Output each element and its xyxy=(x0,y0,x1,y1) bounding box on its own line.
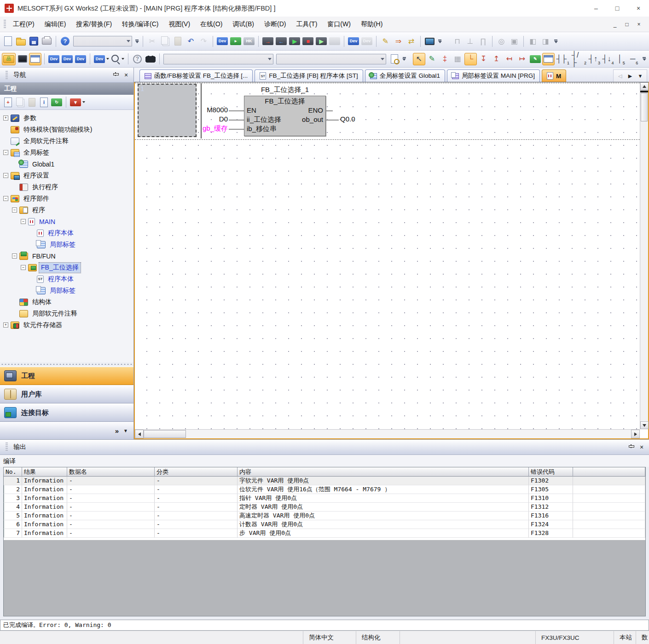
operand-m8000[interactable]: M8000 xyxy=(189,106,228,114)
save-project-icon[interactable] xyxy=(28,35,40,47)
compile-tab[interactable]: 编译 xyxy=(1,456,22,467)
toolbar-overflow-icon[interactable] xyxy=(641,53,647,64)
maximize-button[interactable]: □ xyxy=(607,0,628,17)
view-button-project[interactable]: 工程 xyxy=(0,367,133,385)
tab-fb-program-st[interactable]: STFB_工位选择 [FB] 程序本体 [ST] xyxy=(255,69,363,82)
tree-expander[interactable]: − xyxy=(3,173,8,178)
paste-icon[interactable] xyxy=(172,35,184,47)
menu-grip[interactable] xyxy=(4,20,6,29)
tree-expander[interactable]: − xyxy=(12,253,17,259)
vertical-scrollbar[interactable] xyxy=(640,82,648,429)
tree-expander[interactable]: − xyxy=(12,207,17,213)
column-header[interactable]: 数据名 xyxy=(67,467,155,477)
output-close-icon[interactable]: × xyxy=(638,443,645,451)
statement-edit-icon[interactable]: ⇒ xyxy=(392,35,405,47)
horizontal-scrollbar[interactable] xyxy=(135,429,640,438)
symbol-rising-pulse-icon[interactable]: ┤↑3 xyxy=(588,53,601,65)
tree-item[interactable]: −FB_工位选择 xyxy=(0,262,133,273)
device-find-icon[interactable]: Dev xyxy=(47,53,60,65)
tree-item[interactable]: +参数 xyxy=(0,112,133,124)
device-batch-icon[interactable]: Dev xyxy=(74,53,87,65)
menu-item[interactable]: 编辑(E) xyxy=(40,18,71,31)
toolbar-overflow-icon[interactable] xyxy=(553,36,559,47)
menu-item[interactable]: 调试(B) xyxy=(227,18,259,31)
table-row[interactable]: 1Information--字软元件 VAR用 使用0点F1302 xyxy=(4,477,645,485)
toolbar-overflow-icon[interactable] xyxy=(134,36,140,47)
symbol-vertical-line-icon[interactable]: │5 xyxy=(615,53,627,65)
tree-item[interactable]: −程序设置 xyxy=(0,170,133,181)
tree-item[interactable]: Global1 xyxy=(0,158,133,170)
note-edit-icon[interactable]: ⇄ xyxy=(405,35,417,47)
start-monitoring-icon[interactable]: ▶ xyxy=(288,35,301,47)
tab-global-label[interactable]: 全局标签设置 Global1 xyxy=(365,69,445,82)
table-row[interactable]: 3Information--指针 VAR用 使用0点F1310 xyxy=(4,494,645,503)
child-restore-button[interactable]: □ xyxy=(621,20,632,29)
menu-item[interactable]: 窗口(W) xyxy=(322,18,356,31)
vertical-scroll-thumb[interactable] xyxy=(641,93,648,121)
monitor-off-icon[interactable] xyxy=(328,35,341,47)
operand-gb-buffer[interactable]: gb_缓存 xyxy=(189,124,228,133)
select-mode-icon[interactable]: ↖ xyxy=(413,53,425,65)
column-header[interactable]: 结果 xyxy=(22,467,67,477)
auto-wire-icon[interactable]: └ xyxy=(464,53,477,65)
panel-splitter[interactable] xyxy=(0,362,133,367)
delete-column-icon[interactable]: ↦ xyxy=(516,53,528,65)
tree-item[interactable]: 程序本体 xyxy=(0,227,133,239)
table-row[interactable]: 6Information--计数器 VAR用 使用0点F1324 xyxy=(4,520,645,529)
toolbar-overflow-icon[interactable] xyxy=(401,53,407,64)
device-display-on-icon[interactable]: Dev xyxy=(347,35,360,47)
tree-item[interactable]: −MAIN xyxy=(0,216,133,227)
document-search-icon[interactable] xyxy=(388,53,400,65)
sort-filter-icon[interactable]: ▾ xyxy=(69,97,86,108)
toolbar-overflow-icon[interactable] xyxy=(437,36,443,47)
navigation-window-icon[interactable]: 品 xyxy=(2,53,16,65)
horizontal-scroll-track[interactable] xyxy=(186,430,631,438)
child-minimize-button[interactable]: _ xyxy=(609,20,620,29)
column-header[interactable]: 分类 xyxy=(155,467,238,477)
tree-item[interactable]: 全局软元件注释 xyxy=(0,135,133,147)
output-grip[interactable] xyxy=(6,443,8,452)
pin-icon[interactable] xyxy=(112,72,119,78)
horizontal-scroll-thumb[interactable] xyxy=(144,430,186,438)
monitor-mode-icon[interactable]: ▸ xyxy=(229,35,242,47)
menu-item[interactable]: 诊断(D) xyxy=(259,18,291,31)
write-to-plc-icon[interactable]: → xyxy=(261,35,274,47)
redo-icon[interactable]: ↷ xyxy=(197,35,210,47)
tree-item[interactable]: −FB/FUN xyxy=(0,250,133,262)
find-replace-icon[interactable] xyxy=(144,53,156,65)
menu-item[interactable]: 工具(T) xyxy=(291,18,322,31)
tab-scroll-right[interactable]: ▶ xyxy=(626,71,635,80)
menu-item[interactable]: 在线(O) xyxy=(195,18,227,31)
stop-monitoring-icon[interactable]: ■ xyxy=(301,35,314,47)
menu-item[interactable]: 搜索/替换(F) xyxy=(71,18,117,31)
modify-value-icon[interactable]: HK xyxy=(243,35,255,47)
guided-mode-icon[interactable]: ‡ xyxy=(439,53,451,65)
module-configuration-icon[interactable] xyxy=(16,53,29,65)
find-keyword-combo[interactable] xyxy=(276,54,386,64)
scroll-down-button[interactable] xyxy=(640,421,649,429)
tree-item[interactable]: +软元件存储器 xyxy=(0,319,133,331)
table-row[interactable]: 5Information--高速定时器 VAR用 使用0点F1316 xyxy=(4,512,645,520)
realtime-monitor-icon[interactable]: ▣ xyxy=(508,35,521,47)
symbol-horizontal-line-icon[interactable]: ─6 xyxy=(628,53,640,65)
tree-item[interactable]: 结构体 xyxy=(0,296,133,308)
device-list-icon[interactable]: Dev xyxy=(61,53,74,65)
context-help-icon[interactable]: ? xyxy=(131,53,144,65)
menu-item[interactable]: 工程(P) xyxy=(8,18,40,31)
views-menu-icon[interactable]: ▼ xyxy=(123,428,128,433)
insert-column-icon[interactable]: ↥ xyxy=(490,53,503,65)
device-display-mode-icon[interactable]: Dev xyxy=(93,53,110,65)
fb-block[interactable]: FB_工位选择 EN ENO ii_工位选择 ob_out ib_移位串 xyxy=(244,96,326,136)
work-window-icon[interactable] xyxy=(29,53,41,65)
cut-icon[interactable]: ✂ xyxy=(146,35,158,47)
operand-q00[interactable]: Q0.0 xyxy=(340,115,355,123)
tree-expander[interactable]: + xyxy=(3,322,8,328)
tree-item[interactable]: 局部软元件注释 xyxy=(0,308,133,319)
child-close-button[interactable]: × xyxy=(633,20,644,29)
paste-data-icon[interactable] xyxy=(26,97,38,108)
remote-operation-icon[interactable] xyxy=(423,35,436,47)
tree-expander[interactable]: + xyxy=(3,115,8,121)
tree-expander[interactable]: − xyxy=(3,150,8,155)
split-handle[interactable] xyxy=(640,91,648,92)
help-icon[interactable]: ? xyxy=(59,35,71,47)
